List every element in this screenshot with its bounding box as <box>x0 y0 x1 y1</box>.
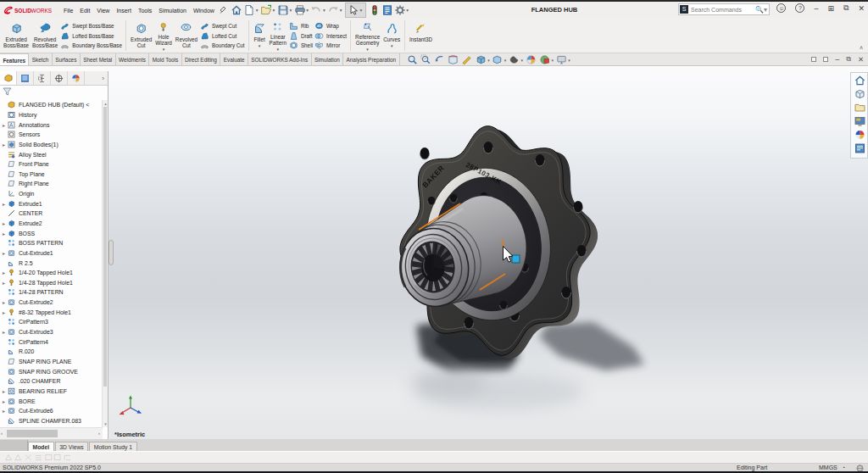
svg-text:WORKS: WORKS <box>31 8 53 14</box>
svg-text:A: A <box>9 122 14 128</box>
svg-text:ab: ab <box>317 24 322 28</box>
svg-text:SOLID: SOLID <box>14 8 31 14</box>
